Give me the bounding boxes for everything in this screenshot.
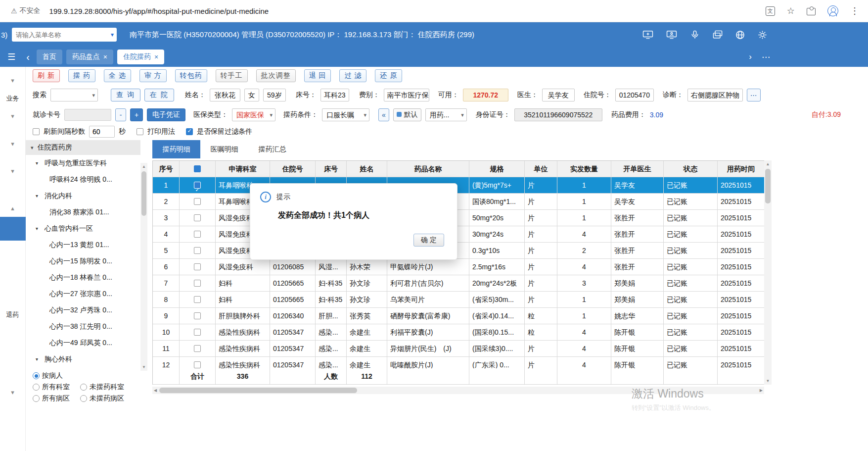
forward-chevron-icon[interactable]: ›: [749, 52, 752, 62]
sidebar-scrollbar[interactable]: ▲ ▼: [140, 163, 147, 371]
dispense-condition-select[interactable]: 口服长嘱 ▾: [322, 108, 369, 121]
cell-select[interactable]: [180, 226, 216, 243]
pharmacy-select[interactable]: ▾ 住院西药房: [26, 140, 140, 155]
profile-avatar-icon[interactable]: [827, 5, 838, 16]
toolbar-button[interactable]: 退 回: [304, 69, 331, 82]
scroll-down-icon[interactable]: ▼: [142, 363, 146, 371]
print-usage-checkbox[interactable]: [137, 128, 143, 135]
column-header-select[interactable]: [180, 161, 216, 177]
bookmark-star-icon[interactable]: ☆: [787, 6, 795, 15]
refresh-interval-input[interactable]: [89, 126, 115, 138]
column-header-name[interactable]: 姓名: [347, 161, 387, 177]
radio-icon[interactable]: [80, 384, 87, 391]
row-checkbox[interactable]: [194, 182, 201, 189]
toolbar-button[interactable]: 刷 新: [33, 69, 60, 82]
panel-tab[interactable]: 摆药明细: [152, 140, 200, 158]
scroll-down-icon[interactable]: ▼: [766, 377, 770, 385]
voice-icon[interactable]: [690, 30, 700, 39]
column-header-dept[interactable]: 申请科室: [216, 161, 270, 177]
panel-tab[interactable]: 医嘱明细: [200, 140, 248, 158]
column-header-drug[interactable]: 药品名称: [387, 161, 469, 177]
inpatient-button[interactable]: 在 院: [144, 89, 174, 101]
table-row[interactable]: 8 妇科 01205665 妇-科35 孙文珍 乌苯美司片 (省采5)30m..…: [153, 292, 764, 308]
scroll-up-icon[interactable]: ▲: [766, 160, 770, 168]
tree-item[interactable]: ▾ 胸心外科: [26, 351, 140, 367]
nav-tab[interactable]: 住院摆药 ×: [117, 50, 164, 64]
column-header-bed[interactable]: 床号: [316, 161, 347, 177]
cell-select[interactable]: [180, 275, 216, 292]
refresh-interval-checkbox[interactable]: [33, 128, 40, 135]
tree-item[interactable]: ▾ 呼吸科24 徐明贱 0...: [26, 171, 140, 188]
toolbar-button[interactable]: 审 方: [139, 69, 167, 82]
e-certificate-button[interactable]: 电子凭证: [147, 108, 185, 121]
insurance-type-select[interactable]: 国家医保 ▾: [232, 108, 275, 121]
back-chevron-icon[interactable]: ‹: [26, 51, 30, 63]
table-vertical-scrollbar[interactable]: ▲ ▼: [764, 160, 772, 385]
more-options-button[interactable]: ⋯: [747, 89, 761, 101]
table-row[interactable]: 11 感染性疾病科 01205347 感染... 余建生 异烟肼片(民生) (J…: [153, 341, 764, 357]
column-header-status[interactable]: 状态: [664, 161, 718, 177]
workstation-icon[interactable]: [666, 30, 677, 39]
default-button[interactable]: 默认: [393, 108, 421, 121]
query-button[interactable]: 查 询: [111, 89, 140, 101]
toolbar-button[interactable]: 还 原: [375, 69, 402, 82]
filter-radio[interactable]: 未摆药科室: [80, 383, 140, 392]
translate-icon[interactable]: 文: [766, 6, 775, 16]
radio-icon[interactable]: [80, 395, 87, 402]
column-header-date[interactable]: 用药时间: [718, 161, 765, 177]
tree-item[interactable]: ▾ 心内一13 黄想 01...: [26, 237, 140, 253]
row-checkbox[interactable]: [194, 198, 201, 205]
nav-tab[interactable]: 首页: [37, 50, 62, 64]
toolbar-button[interactable]: 转手工: [216, 69, 248, 82]
rail-active-item[interactable]: [0, 217, 26, 241]
toolbar-button[interactable]: 全 选: [104, 69, 131, 82]
rail-chevron-down-icon[interactable]: ▾: [11, 140, 14, 148]
cell-select[interactable]: [180, 259, 216, 275]
url-text[interactable]: 199.9.129.28:8000/his-yf/app/#/hospital-…: [49, 7, 269, 15]
dialog-ok-button[interactable]: 确 定: [413, 234, 444, 247]
row-checkbox[interactable]: [194, 214, 201, 221]
scroll-left-icon[interactable]: ◀: [152, 388, 158, 393]
tree-item[interactable]: ▾ 呼吸与危重症医学科: [26, 155, 140, 171]
keep-filter-checkbox[interactable]: [186, 128, 193, 135]
column-header-spec[interactable]: 规格: [469, 161, 525, 177]
tree-item[interactable]: ▾ 心内一15 陈明发 0...: [26, 253, 140, 269]
table-row[interactable]: 12 感染性疾病科 01205347 感染... 余建生 吡嗪酰胺片(J) (广…: [153, 357, 764, 368]
tree-item[interactable]: ▾ 消化38 蔡家添 01...: [26, 204, 140, 220]
column-header-seq[interactable]: 序号: [153, 161, 180, 177]
cell-select[interactable]: [180, 357, 216, 368]
filter-radio[interactable]: 所有病区: [33, 394, 80, 403]
row-checkbox[interactable]: [194, 263, 201, 270]
settings-gear-icon[interactable]: [758, 30, 767, 40]
window-switch-icon[interactable]: [713, 30, 723, 39]
table-row[interactable]: 4 风湿免疫科 30mg*24s 片 4 张胜开: [153, 226, 764, 243]
column-header-qty[interactable]: 实发数量: [557, 161, 611, 177]
filter-radio[interactable]: 未摆药病区: [80, 394, 140, 403]
table-row[interactable]: 10 感染性疾病科 01205347 感染... 余建生 利福平胶囊(J) (国…: [153, 324, 764, 341]
cell-select[interactable]: [180, 292, 216, 308]
scrollbar-thumb[interactable]: [765, 169, 771, 203]
tree-item[interactable]: ▾ 消化内科: [26, 188, 140, 204]
scrollbar-thumb[interactable]: [141, 171, 146, 216]
row-checkbox[interactable]: [194, 296, 201, 303]
cell-select[interactable]: [180, 308, 216, 324]
radio-icon[interactable]: [33, 372, 40, 379]
tab-close-icon[interactable]: ×: [103, 53, 107, 61]
row-checkbox[interactable]: [194, 312, 201, 319]
panel-tab[interactable]: 摆药汇总: [248, 140, 296, 158]
radio-icon[interactable]: [33, 384, 40, 391]
row-checkbox[interactable]: [194, 345, 201, 352]
menu-search-box[interactable]: ▾: [12, 28, 117, 42]
rail-chevron-down-icon[interactable]: ▾: [11, 77, 14, 84]
tab-close-icon[interactable]: ×: [154, 53, 158, 61]
row-checkbox[interactable]: [194, 231, 201, 238]
tree-item[interactable]: ▾ 心内一18 林春兰 0...: [26, 269, 140, 286]
filter-radio[interactable]: 按病人: [33, 371, 140, 380]
tab-more-icon[interactable]: ⋯: [762, 52, 770, 62]
security-status[interactable]: ⚠ 不安全: [11, 6, 41, 15]
screen-broadcast-icon[interactable]: [642, 30, 653, 39]
table-row[interactable]: 1 耳鼻咽喉科 (黄)5mg*7s+ 片 1 吴学友: [153, 177, 764, 194]
hamburger-menu-icon[interactable]: ☰: [7, 51, 15, 62]
rail-item-business[interactable]: 业务: [6, 94, 19, 103]
usage-select[interactable]: 用药... ▾: [425, 108, 467, 121]
